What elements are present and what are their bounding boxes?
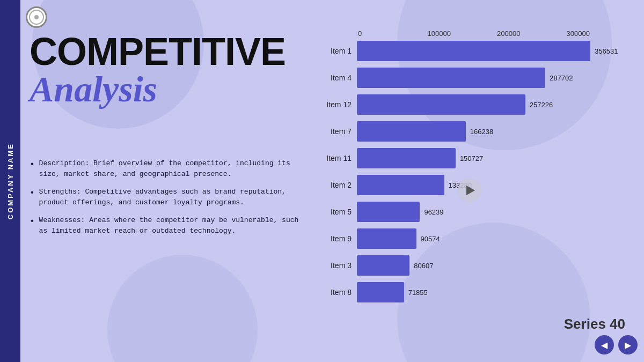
bullet-dot-3: • [30, 215, 35, 228]
bullet-dot-1: • [30, 158, 35, 171]
nav-buttons: ◀ ▶ [595, 335, 638, 354]
x-axis: 0 100000 200000 300000 [358, 29, 636, 38]
chart-row: Item 12257226 [319, 93, 636, 116]
bar-container: 96239 [357, 202, 636, 222]
play-icon [466, 186, 475, 195]
bar-container: 90574 [357, 228, 636, 249]
chart-row: Item 4287702 [319, 67, 636, 89]
chart-row: Item 596239 [319, 201, 636, 223]
bar-label: Item 9 [319, 234, 357, 243]
company-name-label: COMPANY NAME [6, 143, 14, 219]
chart-row: Item 7166238 [319, 120, 636, 143]
bullet-dot-2: • [30, 187, 35, 200]
bar-container: 150727 [357, 148, 636, 168]
bar [357, 282, 404, 302]
bar [357, 41, 590, 61]
bar-label: Item 2 [319, 181, 357, 189]
bar-container: 80607 [357, 255, 636, 276]
title-competitive: COMPETITIVE [30, 32, 309, 71]
bar-value: 257226 [530, 101, 644, 109]
bar-label: Item 5 [319, 208, 357, 216]
title-analysis: Analysis [30, 71, 309, 107]
bar-value: 80607 [414, 262, 644, 270]
bullet-text-3: Weaknesses: Areas where the competitor m… [39, 215, 303, 236]
bar [357, 68, 545, 88]
bg-circle-4 [107, 255, 258, 362]
logo [26, 6, 47, 28]
bar-value: 166238 [470, 128, 644, 136]
bar [357, 94, 525, 115]
bar [357, 255, 409, 276]
bar-container: 166238 [357, 121, 636, 142]
bar-label: Item 4 [319, 73, 357, 82]
bar-label: Item 1 [319, 47, 357, 55]
title-area: COMPETITIVE Analysis [30, 32, 309, 107]
bar-container: 71855 [357, 282, 636, 302]
play-button[interactable] [458, 179, 481, 202]
bar-container: 287702 [357, 68, 636, 88]
sidebar: COMPANY NAME [0, 0, 20, 362]
x-label-0: 0 [358, 29, 428, 38]
prev-button[interactable]: ◀ [595, 335, 614, 354]
bar [357, 175, 444, 195]
bar-container: 257226 [357, 94, 636, 115]
bar-value: 90574 [421, 235, 645, 243]
next-button[interactable]: ▶ [618, 335, 638, 354]
x-label-300k: 300000 [567, 29, 636, 38]
bar-label: Item 11 [319, 154, 357, 162]
bar-container: 133230 [357, 175, 636, 195]
series-label: Series 40 [564, 316, 625, 333]
bullets-section: • Description: Brief overview of the com… [30, 158, 303, 243]
bar [357, 228, 416, 249]
bar-value: 96239 [424, 208, 644, 216]
bar-label: Item 8 [319, 288, 357, 297]
chart-row: Item 11150727 [319, 147, 636, 169]
bar-label: Item 7 [319, 127, 357, 136]
bar-value: 287702 [550, 74, 644, 82]
bar-container: 356531 [357, 41, 636, 61]
bar-value: 150727 [460, 154, 644, 162]
bar-label: Item 3 [319, 261, 357, 270]
bar [357, 121, 466, 142]
chart-row: Item 990574 [319, 227, 636, 250]
bar-label: Item 12 [319, 100, 357, 109]
x-label-200k: 200000 [497, 29, 567, 38]
bullet-1: • Description: Brief overview of the com… [30, 158, 303, 179]
chart-row: Item 380607 [319, 254, 636, 277]
chart-rows: Item 1356531Item 4287702Item 12257226Ite… [319, 40, 636, 304]
bullet-text-2: Strengths: Competitive advantages such a… [39, 187, 303, 208]
bar [357, 202, 420, 222]
chart-row: Item 871855 [319, 281, 636, 304]
bullet-text-1: Description: Brief overview of the compe… [39, 158, 303, 179]
bullet-2: • Strengths: Competitive advantages such… [30, 187, 303, 208]
bar-value: 71855 [408, 289, 644, 297]
bar [357, 148, 456, 168]
chart-row: Item 1356531 [319, 40, 636, 62]
x-label-100k: 100000 [428, 29, 497, 38]
bar-value: 356531 [595, 47, 644, 55]
bullet-3: • Weaknesses: Areas where the competitor… [30, 215, 303, 236]
